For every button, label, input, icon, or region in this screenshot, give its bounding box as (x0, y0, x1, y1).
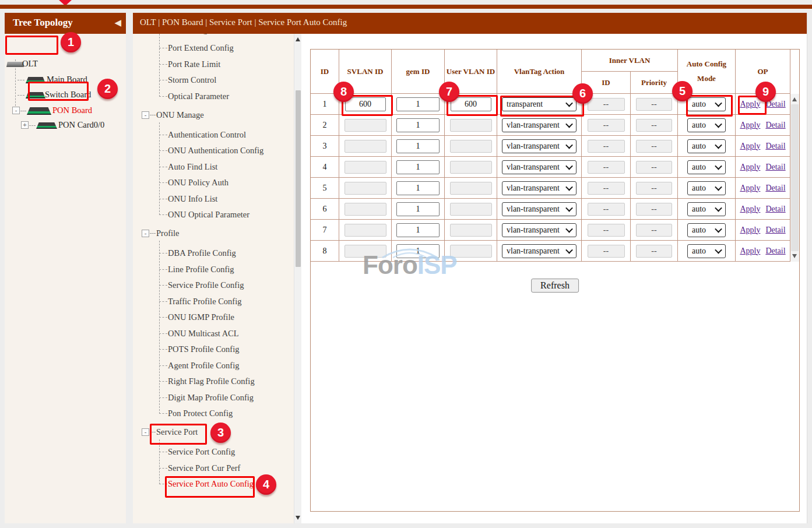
menu-scrollbar-thumb[interactable] (296, 90, 301, 267)
menu-item-service-port-config[interactable]: Service Port Config (133, 445, 294, 460)
menu-item-clipped[interactable]: Port Config (133, 34, 294, 38)
auto-config-mode-select[interactable]: auto (687, 202, 726, 216)
tree-item-pon-board[interactable]: -PON Board (5, 103, 126, 118)
tree-connector (20, 111, 26, 111)
auto-config-mode-select[interactable]: auto (687, 244, 726, 258)
vlantag-action-select[interactable]: vlan-transparent (502, 202, 577, 216)
menu-item-agent-profile-config[interactable]: Agent Profile Config (133, 358, 294, 374)
user-vlan-input[interactable]: 600 (451, 97, 491, 111)
menu-item-dba-profile-config[interactable]: DBA Profile Config (133, 246, 294, 261)
apply-link[interactable]: Apply (740, 100, 760, 109)
gem-id-input[interactable]: 1 (396, 223, 440, 237)
menu-item-pots-profile-config[interactable]: POTS Profile Config (133, 342, 294, 357)
menu-item-pon-protect-config[interactable]: Pon Protect Config (133, 406, 294, 421)
scroll-up-icon[interactable] (792, 97, 797, 101)
gem-id-input[interactable]: 1 (396, 202, 440, 216)
gem-id-input[interactable]: 1 (396, 160, 440, 174)
tree-expander-expand-icon[interactable]: + (21, 121, 29, 129)
menu-scrollbar[interactable] (294, 34, 301, 523)
detail-link[interactable]: Detail (765, 142, 785, 151)
auto-config-mode-select[interactable]: auto (687, 181, 726, 195)
scroll-down-icon[interactable] (792, 254, 797, 258)
user-vlan-input[interactable] (450, 203, 492, 216)
detail-link[interactable]: Detail (765, 163, 785, 172)
svlan-input[interactable] (345, 140, 386, 153)
vlantag-action-select[interactable]: vlan-transparent (502, 244, 577, 258)
menu-expander-collapse-icon[interactable]: - (142, 111, 149, 119)
svlan-input[interactable] (345, 182, 386, 195)
vlantag-action-select[interactable]: vlan-transparent (502, 223, 577, 237)
vlantag-action-select[interactable]: vlan-transparent (502, 118, 577, 132)
menu-item-label: Port Config (168, 34, 208, 35)
menu-item-service-port-cur-perf[interactable]: Service Port Cur Perf (133, 461, 294, 476)
gem-id-input[interactable]: 1 (396, 181, 440, 195)
menu-item-digit-map-profile-config[interactable]: Digit Map Profile Config (133, 390, 294, 406)
menu-item-profile[interactable]: -Profile (133, 226, 294, 241)
auto-config-mode-select[interactable]: auto (687, 223, 726, 237)
auto-config-mode-select[interactable]: auto (687, 139, 726, 153)
menu-item-storm-control[interactable]: Storm Control (133, 73, 294, 88)
vlantag-action-select[interactable]: transparent (502, 97, 577, 111)
svlan-input[interactable] (345, 224, 386, 237)
svlan-input[interactable] (345, 161, 386, 174)
menu-item-onu-optical-parameter[interactable]: ONU Optical Parameter (133, 207, 294, 223)
tree-item-pon-card0-0[interactable]: +PON Card0/0 (5, 118, 126, 133)
auto-config-mode-select[interactable]: auto (687, 97, 726, 111)
scroll-up-icon[interactable] (296, 37, 300, 41)
menu-item-port-extend-config[interactable]: Port Extend Config (133, 41, 294, 56)
apply-link[interactable]: Apply (740, 226, 760, 235)
menu-item-port-rate-limit[interactable]: Port Rate Limit (133, 57, 294, 72)
menu-item-line-profile-config[interactable]: Line Profile Config (133, 262, 294, 277)
tree-item-olt[interactable]: OLT (5, 57, 126, 72)
svlan-input[interactable] (345, 119, 386, 132)
apply-link[interactable]: Apply (740, 205, 760, 214)
detail-link[interactable]: Detail (765, 226, 785, 235)
table-scrollbar[interactable] (790, 94, 799, 262)
chevron-down-icon (565, 205, 573, 212)
refresh-button[interactable]: Refresh (531, 279, 579, 293)
menu-expander-collapse-icon[interactable]: - (142, 428, 149, 436)
svlan-input[interactable]: 600 (345, 97, 386, 111)
vlantag-action-select[interactable]: vlan-transparent (502, 139, 577, 153)
gem-id-input[interactable]: 1 (396, 139, 440, 153)
menu-item-onu-manage[interactable]: -ONU Manage (133, 108, 294, 123)
vlantag-action-select[interactable]: vlan-transparent (502, 181, 577, 195)
user-vlan-input[interactable] (450, 182, 492, 195)
menu-item-right-flag-profile-config[interactable]: Right Flag Profile Config (133, 374, 294, 389)
auto-config-mode-select[interactable]: auto (687, 160, 726, 174)
user-vlan-input[interactable] (450, 224, 492, 237)
menu-item-onu-multicast-acl[interactable]: ONU Multicast ACL (133, 326, 294, 342)
menu-connector (159, 80, 167, 80)
apply-link[interactable]: Apply (740, 142, 760, 151)
apply-link[interactable]: Apply (740, 121, 760, 130)
menu-item-service-profile-config[interactable]: Service Profile Config (133, 278, 294, 293)
menu-item-authentication-control[interactable]: Authentication Control (133, 128, 294, 143)
scroll-down-icon[interactable] (296, 516, 300, 520)
detail-link[interactable]: Detail (765, 184, 785, 193)
menu-item-onu-policy-auth[interactable]: ONU Policy Auth (133, 175, 294, 191)
auto-config-mode-select[interactable]: auto (687, 118, 726, 132)
menu-item-traffic-profile-config[interactable]: Traffic Profile Config (133, 294, 294, 309)
menu-item-auto-find-list[interactable]: Auto Find List (133, 160, 294, 175)
apply-link[interactable]: Apply (740, 184, 760, 193)
collapse-sidebar-icon[interactable]: ◀ (114, 17, 121, 28)
gem-id-input[interactable]: 1 (396, 97, 440, 111)
gem-id-input[interactable]: 1 (396, 118, 440, 132)
menu-item-onu-info-list[interactable]: ONU Info List (133, 192, 294, 207)
table-scrollbar-thumb[interactable] (791, 104, 799, 251)
detail-link[interactable]: Detail (765, 205, 785, 214)
tree-expander-collapse-icon[interactable]: - (12, 107, 20, 114)
detail-link[interactable]: Detail (765, 247, 785, 256)
menu-item-optical-parameter[interactable]: Optical Parameter (133, 89, 294, 104)
vlantag-action-select[interactable]: vlan-transparent (502, 160, 577, 174)
menu-item-onu-authentication-config[interactable]: ONU Authentication Config (133, 143, 294, 159)
user-vlan-input[interactable] (450, 161, 492, 174)
menu-expander-collapse-icon[interactable]: - (142, 230, 149, 237)
svlan-input[interactable] (345, 203, 386, 216)
detail-link[interactable]: Detail (765, 121, 785, 130)
menu-item-onu-igmp-profile[interactable]: ONU IGMP Profile (133, 310, 294, 325)
user-vlan-input[interactable] (450, 119, 492, 132)
apply-link[interactable]: Apply (740, 163, 760, 172)
user-vlan-input[interactable] (450, 140, 492, 153)
apply-link[interactable]: Apply (740, 247, 760, 256)
